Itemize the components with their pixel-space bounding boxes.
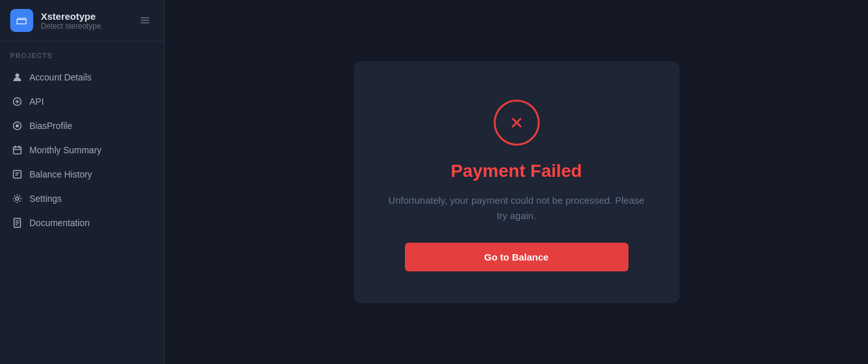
sidebar-item-label-balance-history: Balance History — [29, 169, 92, 179]
sidebar-toggle-button[interactable] — [136, 11, 154, 29]
settings-icon — [11, 193, 23, 204]
svg-rect-0 — [141, 17, 149, 19]
sidebar-item-balance-history[interactable]: Balance History — [5, 163, 159, 186]
monthly-summary-icon — [11, 144, 23, 156]
sidebar-item-label-monthly-summary: Monthly Summary — [29, 145, 102, 155]
sidebar-item-label-bias-profile: BiasProfile — [29, 121, 72, 131]
sidebar-item-bias-profile[interactable]: BiasProfile — [5, 114, 159, 137]
documentation-icon — [11, 217, 23, 229]
go-to-balance-button[interactable]: Go to Balance — [405, 243, 628, 271]
sidebar: 🗃 Xstereotype Detect stereotype. Project… — [0, 0, 165, 364]
svg-rect-7 — [13, 147, 21, 154]
sidebar-item-label-account-details: Account Details — [29, 72, 91, 82]
app-title: Xstereotype — [41, 11, 103, 22]
api-icon — [11, 96, 23, 107]
app-subtitle: Detect stereotype. — [41, 22, 103, 31]
projects-section-label: Projects — [0, 42, 164, 63]
svg-rect-2 — [141, 22, 149, 24]
sidebar-item-label-api: API — [29, 96, 44, 107]
error-circle-icon — [494, 100, 540, 146]
payment-failed-description: Unfortunately, your payment could not be… — [386, 193, 648, 224]
app-header: 🗃 Xstereotype Detect stereotype. — [0, 0, 164, 42]
payment-failed-title: Payment Failed — [451, 161, 582, 181]
app-title-group: Xstereotype Detect stereotype. — [41, 11, 103, 31]
balance-history-icon — [11, 169, 23, 180]
sidebar-item-label-documentation: Documentation — [29, 218, 89, 228]
svg-rect-8 — [13, 171, 21, 178]
sidebar-item-settings[interactable]: Settings — [5, 187, 159, 210]
svg-point-9 — [16, 197, 19, 201]
svg-point-3 — [15, 73, 19, 77]
sidebar-item-account-details[interactable]: Account Details — [5, 66, 159, 89]
sidebar-item-monthly-summary[interactable]: Monthly Summary — [5, 139, 159, 162]
sidebar-item-api[interactable]: API — [5, 90, 159, 113]
app-icon: 🗃 — [10, 9, 33, 32]
payment-failed-card: Payment Failed Unfortunately, your payme… — [354, 61, 680, 303]
main-content: Payment Failed Unfortunately, your payme… — [165, 0, 868, 364]
account-details-icon — [11, 72, 23, 83]
svg-rect-1 — [141, 20, 149, 21]
svg-point-6 — [16, 125, 19, 128]
bias-profile-icon — [11, 120, 23, 132]
sidebar-item-label-settings: Settings — [29, 193, 62, 204]
sidebar-nav: Account Details API BiasProfile — [0, 63, 164, 237]
sidebar-item-documentation[interactable]: Documentation — [5, 211, 159, 234]
